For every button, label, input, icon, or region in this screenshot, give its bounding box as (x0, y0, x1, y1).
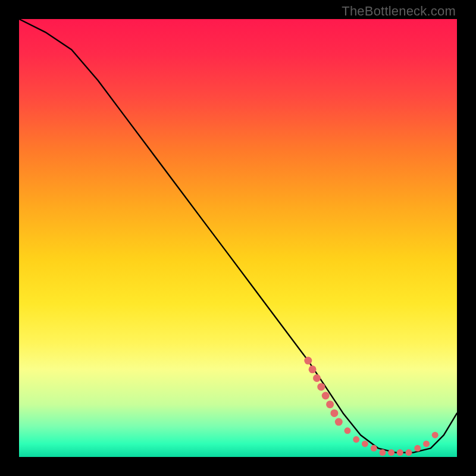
highlight-markers (304, 357, 438, 456)
highlight-point (423, 440, 430, 447)
highlight-point (309, 365, 317, 373)
curve-svg (19, 19, 457, 457)
highlight-point (345, 427, 351, 434)
bottleneck-curve (19, 19, 457, 453)
highlight-point (362, 440, 368, 447)
highlight-point (388, 449, 394, 456)
highlight-point (371, 445, 377, 452)
highlight-point (432, 432, 439, 439)
highlight-point (330, 409, 338, 417)
highlight-point (326, 400, 334, 408)
highlight-point (406, 449, 412, 456)
highlight-point (335, 418, 343, 426)
highlight-point (379, 449, 386, 456)
plot-area (19, 19, 457, 457)
highlight-point (397, 449, 403, 456)
highlight-point (414, 445, 421, 452)
highlight-point (322, 392, 330, 400)
highlight-point (353, 436, 359, 443)
chart-frame: TheBottleneck.com (0, 0, 476, 476)
highlight-point (317, 383, 325, 391)
highlight-point (304, 357, 312, 365)
attribution-text: TheBottleneck.com (342, 4, 456, 19)
highlight-point (313, 374, 321, 382)
